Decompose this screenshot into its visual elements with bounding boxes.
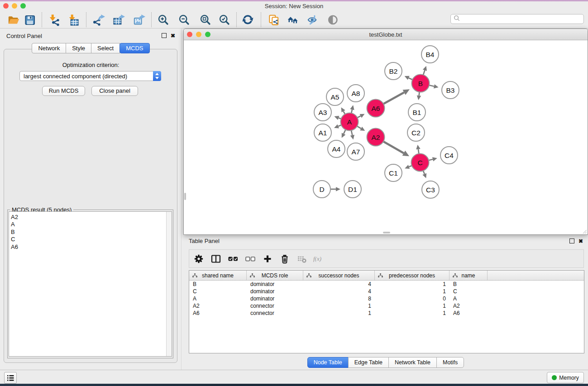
column-header-successor-nodes[interactable]: successor nodes (303, 271, 375, 280)
copy-network-button[interactable] (266, 12, 282, 28)
node-B1[interactable]: B1 (408, 104, 425, 121)
cell: C (189, 288, 247, 295)
close-traffic-light[interactable] (187, 32, 192, 37)
save-session-button[interactable] (22, 12, 38, 28)
node-C[interactable]: C (411, 154, 429, 172)
task-history-button[interactable] (4, 372, 17, 384)
select-none-button[interactable] (244, 253, 256, 265)
table-row-A2[interactable]: A2connector11A2 (189, 302, 584, 310)
minimize-traffic-light[interactable] (196, 32, 201, 37)
node-A3[interactable]: A3 (314, 104, 331, 121)
close-traffic-light[interactable] (3, 3, 9, 9)
tab-mcds[interactable]: MCDS (120, 43, 149, 53)
node-A5[interactable]: A5 (326, 88, 344, 105)
select-all-button[interactable] (227, 253, 239, 265)
close-panel-icon[interactable]: ✖ (171, 33, 175, 38)
import-table-button[interactable] (65, 12, 81, 28)
delete-table-button[interactable] (296, 253, 308, 265)
tab-network-table[interactable]: Network Table (388, 357, 437, 368)
mcds-result-item[interactable]: C (9, 236, 163, 243)
vertical-scroll-indicator[interactable] (184, 193, 186, 200)
function-button[interactable]: f(x) (313, 253, 325, 265)
node-A4[interactable]: A4 (328, 140, 345, 157)
table-row-A6[interactable]: A6connector11A6 (189, 310, 584, 317)
cell: dominator (247, 295, 303, 302)
column-header-MCDS-role[interactable]: MCDS role (247, 271, 303, 280)
scrollbar-track[interactable] (166, 212, 172, 356)
optimization-criterion-dropdown[interactable]: largest connected component (directed) (19, 71, 161, 81)
zoom-in-button[interactable] (156, 12, 171, 28)
node-A2[interactable]: A2 (367, 129, 385, 146)
tab-motifs[interactable]: Motifs (436, 357, 464, 368)
refresh-button[interactable] (240, 12, 256, 28)
cell: connector (247, 303, 303, 309)
tab-network[interactable]: Network (32, 43, 66, 53)
tab-style[interactable]: Style (66, 43, 91, 53)
import-network-button[interactable] (46, 12, 61, 28)
zoom-selected-button[interactable] (217, 12, 232, 28)
node-A1[interactable]: A1 (314, 124, 331, 141)
export-table-button[interactable] (111, 12, 126, 28)
horizontal-scroll-indicator[interactable] (383, 232, 390, 234)
dropdown-stepper-icon[interactable] (153, 71, 161, 81)
mcds-result-item[interactable]: A6 (9, 243, 163, 251)
column-header-name[interactable]: name (449, 271, 488, 280)
mcds-result-item[interactable]: A2 (9, 214, 163, 221)
column-header-shared-name[interactable]: shared name (189, 271, 247, 280)
node-C3[interactable]: C3 (422, 181, 439, 198)
cell: A (449, 295, 488, 302)
svg-text:A: A (347, 118, 352, 126)
resize-grip-icon[interactable] (582, 229, 587, 234)
tab-edge-table[interactable]: Edge Table (348, 357, 389, 368)
mcds-result-item[interactable]: B (9, 229, 163, 236)
export-image-button[interactable] (131, 12, 147, 28)
node-A7[interactable]: A7 (347, 143, 364, 160)
node-C4[interactable]: C4 (440, 147, 458, 164)
node-D1[interactable]: D1 (344, 181, 361, 198)
cell: 1 (303, 303, 375, 309)
node-A8[interactable]: A8 (347, 85, 364, 102)
home-layout-button[interactable] (285, 12, 301, 28)
zoom-out-button[interactable] (177, 12, 192, 28)
node-B3[interactable]: B3 (442, 81, 459, 99)
node-B2[interactable]: B2 (385, 62, 402, 80)
tab-select[interactable]: Select (91, 43, 120, 53)
run-mcds-button[interactable]: Run MCDS (42, 86, 85, 96)
float-panel-icon[interactable] (569, 238, 574, 243)
memory-button[interactable]: Memory (547, 372, 584, 383)
close-panel-icon[interactable]: ✖ (578, 239, 583, 243)
search-input[interactable] (462, 15, 583, 23)
node-B[interactable]: B (412, 75, 430, 92)
svg-text:A4: A4 (332, 145, 341, 153)
columns-button[interactable] (210, 253, 222, 265)
mcds-result-item[interactable]: A (9, 221, 163, 228)
network-graph-canvas[interactable]: AA5A8A3A1A4A7A6A2BB2B4B3B1CC1C2C4C3DD1 (184, 40, 588, 235)
search-field[interactable] (450, 14, 584, 24)
delete-row-button[interactable] (279, 253, 291, 265)
table-row-B[interactable]: Bdominator41B (189, 281, 584, 288)
node-C1[interactable]: C1 (385, 164, 402, 181)
zoom-traffic-light[interactable] (205, 32, 210, 37)
table-row-A[interactable]: Adominator80A (189, 295, 584, 302)
table-panel-title: Table Panel (189, 238, 220, 244)
table-row-C[interactable]: Cdominator41C (189, 288, 584, 295)
gear-button[interactable] (193, 253, 205, 265)
add-row-button[interactable] (262, 253, 273, 265)
node-C2[interactable]: C2 (407, 124, 425, 141)
float-panel-icon[interactable] (162, 33, 167, 38)
node-D[interactable]: D (313, 181, 330, 198)
zoom-fit-button[interactable] (198, 12, 213, 28)
tab-node-table[interactable]: Node Table (307, 357, 349, 368)
search-icon (454, 15, 460, 24)
close-panel-button[interactable]: Close panel (91, 86, 138, 96)
export-network-button[interactable] (91, 12, 106, 28)
node-B4[interactable]: B4 (421, 46, 439, 63)
node-A6[interactable]: A6 (367, 100, 385, 117)
node-A[interactable]: A (341, 113, 359, 131)
hide-details-button[interactable] (305, 12, 320, 28)
minimize-traffic-light[interactable] (12, 3, 17, 9)
open-file-button[interactable] (5, 12, 21, 28)
show-details-button[interactable] (325, 12, 341, 28)
column-header-predecessor-nodes[interactable]: predecessor nodes (375, 271, 449, 280)
zoom-traffic-light[interactable] (20, 3, 26, 9)
